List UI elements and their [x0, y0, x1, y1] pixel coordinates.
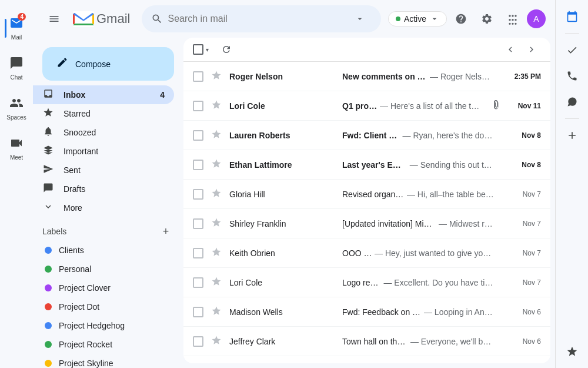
- row-checkbox-8[interactable]: [193, 307, 203, 317]
- email-row[interactable]: Shirley Franklin [Updated invitation] Mi…: [183, 209, 550, 238]
- label-text-project-rocket: Project Rocket: [59, 340, 112, 349]
- row-checkbox-3[interactable]: [193, 160, 203, 170]
- labels-add-button[interactable]: +: [158, 223, 174, 240]
- row-checkbox-7[interactable]: [193, 277, 203, 288]
- row-meta-1: Nov 11: [492, 100, 541, 111]
- row-checkbox-0[interactable]: [193, 71, 203, 82]
- chat-icon: [9, 56, 24, 73]
- row-star-4[interactable]: [211, 188, 222, 201]
- drafts-icon: [42, 183, 54, 195]
- left-mini-nav: 4 Mail Chat Spaces: [0, 0, 33, 368]
- email-row[interactable]: Roger Nelson New comments on MCR draft p…: [183, 62, 550, 91]
- checkbox-dropdown[interactable]: ▾: [205, 45, 210, 54]
- label-item-project-skyline[interactable]: Project Skyline: [42, 354, 165, 368]
- label-color-dot: [45, 360, 52, 367]
- email-row[interactable]: Gloria Hill Revised organic search numbe…: [183, 180, 550, 209]
- row-meta-2: Nov 8: [506, 131, 541, 140]
- label-text-clients: Clients: [59, 246, 84, 255]
- label-item-project-rocket[interactable]: Project Rocket: [42, 335, 165, 354]
- nav-item-snoozed[interactable]: Snoozed: [33, 123, 174, 142]
- right-sidebar-calendar[interactable]: [560, 5, 584, 28]
- apps-button[interactable]: [501, 7, 524, 31]
- email-row[interactable]: Lauren Roberts Fwd: Client resources for…: [183, 121, 550, 150]
- row-snippet-9: — Everyone, we'll be hosting our second …: [408, 337, 494, 346]
- row-checkbox-1[interactable]: [193, 101, 203, 111]
- sent-icon: [42, 164, 54, 177]
- nav-item-inbox[interactable]: Inbox 4: [33, 85, 174, 104]
- starred-label: Starred: [64, 109, 165, 118]
- row-content-5: [Updated invitation] Midwest retail sale…: [342, 219, 494, 228]
- checkbox-outer[interactable]: [193, 44, 203, 55]
- label-item-clients[interactable]: Clients: [42, 241, 165, 260]
- plus-icon: [566, 130, 578, 141]
- sidebar-item-spaces[interactable]: Spaces: [5, 89, 28, 127]
- select-all-checkbox[interactable]: ▾: [193, 44, 210, 55]
- email-row[interactable]: Jeffrey Clark Town hall on the upcoming …: [183, 327, 550, 356]
- sidebar-item-mail[interactable]: 4 Mail: [5, 9, 28, 47]
- more-chevron-icon: [42, 201, 54, 214]
- row-sender-3: Ethan Lattimore: [229, 160, 335, 170]
- nav-item-drafts[interactable]: Drafts: [33, 180, 174, 198]
- row-star-2[interactable]: [211, 129, 222, 142]
- avatar[interactable]: A: [527, 9, 546, 28]
- search-input[interactable]: [168, 14, 343, 24]
- prev-page-button[interactable]: [501, 40, 520, 59]
- row-star-7[interactable]: [211, 276, 222, 289]
- hamburger-button[interactable]: [42, 7, 66, 31]
- compose-button[interactable]: Compose: [42, 47, 174, 81]
- row-subject-3: Last year's EMEA strategy deck: [342, 160, 407, 170]
- email-row[interactable]: Ethan Lattimore Last year's EMEA strateg…: [183, 150, 550, 180]
- next-page-button[interactable]: [522, 40, 541, 59]
- email-row[interactable]: Madison Wells Fwd: Feedback on new signu…: [183, 297, 550, 327]
- row-star-5[interactable]: [211, 217, 222, 230]
- keep-icon: [566, 96, 578, 108]
- label-item-project-hedgehog[interactable]: Project Hedgehog: [42, 316, 165, 335]
- right-sidebar-contacts[interactable]: [560, 64, 584, 88]
- row-star-8[interactable]: [211, 306, 222, 319]
- sidebar-item-chat[interactable]: Chat: [5, 49, 28, 87]
- row-meta-6: Nov 7: [506, 249, 541, 257]
- row-star-1[interactable]: [211, 100, 222, 112]
- nav-item-starred[interactable]: Starred: [33, 104, 174, 123]
- row-star-6[interactable]: [211, 247, 222, 260]
- email-row[interactable]: Keith Obrien OOO next week — Hey, just w…: [183, 238, 550, 268]
- row-snippet-4: — Hi, all–the table below contains the r…: [405, 190, 494, 199]
- search-dropdown-button[interactable]: [348, 7, 372, 31]
- row-checkbox-5[interactable]: [193, 218, 203, 229]
- row-star-3[interactable]: [211, 158, 222, 171]
- row-star-9[interactable]: [211, 335, 222, 348]
- toolbar-pagination: [501, 40, 541, 59]
- nav-item-important[interactable]: Important: [33, 142, 174, 161]
- active-status-badge[interactable]: Active: [388, 11, 447, 26]
- sidebar-item-meet[interactable]: Meet: [5, 130, 28, 167]
- refresh-icon: [221, 44, 232, 55]
- row-checkbox-2[interactable]: [193, 130, 203, 141]
- label-item-project-clover[interactable]: Project Clover: [42, 279, 165, 297]
- help-button[interactable]: [449, 7, 473, 31]
- row-checkbox-6[interactable]: [193, 248, 203, 258]
- app-container: 4 Mail Chat Spaces: [0, 0, 588, 368]
- row-sender-7: Lori Cole: [229, 278, 335, 287]
- calendar-icon: [566, 11, 578, 22]
- row-checkbox-9[interactable]: [193, 336, 203, 347]
- row-checkbox-4[interactable]: [193, 189, 203, 200]
- row-sender-8: Madison Wells: [229, 307, 335, 317]
- row-sender-9: Jeffrey Clark: [229, 337, 335, 346]
- email-row[interactable]: Lori Cole Logo redesign ideas — Excellen…: [183, 268, 550, 297]
- right-sidebar-plus[interactable]: [560, 124, 584, 147]
- email-row[interactable]: Roger Nelson Two pics from the conferenc…: [183, 356, 550, 363]
- right-sidebar-keep[interactable]: [560, 90, 584, 114]
- right-sidebar-star[interactable]: [560, 340, 584, 363]
- nav-item-more[interactable]: More: [33, 198, 174, 217]
- settings-button[interactable]: [475, 7, 499, 31]
- right-sidebar-tasks[interactable]: [560, 38, 584, 62]
- row-meta-4: Nov 7: [506, 190, 541, 198]
- row-meta-3: Nov 8: [506, 161, 541, 169]
- label-item-personal[interactable]: Personal: [42, 260, 165, 279]
- label-item-project-dot[interactable]: Project Dot: [42, 297, 165, 316]
- row-date-7: Nov 7: [506, 279, 541, 287]
- refresh-button[interactable]: [217, 40, 236, 59]
- row-star-0[interactable]: [211, 70, 222, 83]
- nav-item-sent[interactable]: Sent: [33, 161, 174, 180]
- email-row[interactable]: Lori Cole Q1 project wrap-up — Here's a …: [183, 91, 550, 121]
